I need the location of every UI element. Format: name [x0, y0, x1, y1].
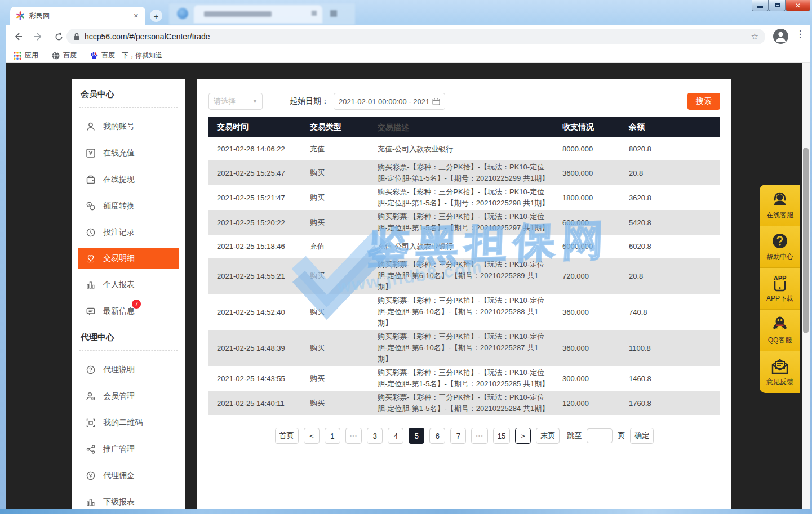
maximize-button[interactable]	[769, 0, 786, 11]
jump-confirm-button[interactable]: 确定	[630, 428, 654, 444]
pagination-ellipsis[interactable]: •••	[345, 428, 362, 444]
table-row: 2021-02-25 14:52:40 购买 购买彩票-【彩种：三分PK拾】-【…	[208, 294, 720, 330]
browser-tab[interactable]: 彩民网 ✕	[10, 7, 145, 25]
trade-detail-panel: 请选择 ▼ 起始日期： 2021-02-01 00:00:00 - 2021 搜…	[197, 79, 731, 509]
reload-button[interactable]	[51, 29, 66, 44]
app-download-button[interactable]: APP APP下载	[760, 268, 800, 310]
personal-report-icon	[86, 280, 96, 290]
browser-menu-icon[interactable]: ⋮	[795, 28, 806, 40]
cell-amount: 720.000	[562, 272, 629, 280]
sidebar-item-quota-transfer[interactable]: 额度转换	[72, 193, 185, 219]
toolbar: hccp56.com/#/personalCenter/trade ☆ ⋮	[6, 25, 810, 48]
sidebar-item-label: 交易明细	[103, 253, 135, 263]
pagination-page-1[interactable]: 1	[325, 428, 340, 444]
profile-avatar[interactable]	[773, 29, 788, 44]
pagination-page-7[interactable]: 7	[450, 428, 466, 444]
sidebar-item-my-qrcode[interactable]: 我的二维码	[72, 409, 185, 436]
cell-time: 2021-02-25 15:21:47	[208, 194, 310, 202]
bookmark-baidu[interactable]: 百度	[52, 51, 77, 60]
close-icon: ✕	[795, 2, 801, 9]
pagination-last[interactable]: 末页	[536, 428, 560, 444]
float-button-label: QQ客服	[768, 336, 792, 345]
scrollbar-thumb[interactable]	[803, 148, 809, 333]
sidebar-item-trade-detail[interactable]: 交易明细	[78, 248, 179, 269]
help-center-button[interactable]: 帮助中心	[760, 226, 800, 268]
cell-desc: 购买彩票-【彩种：三分PK拾】-【玩法：PK10-定位胆-定位胆-第6-10名】…	[378, 259, 562, 293]
pagination-page-5-active[interactable]: 5	[409, 428, 424, 444]
sidebar-item-agent-commission[interactable]: 代理佣金	[72, 462, 185, 489]
sidebar-item-personal-report[interactable]: 个人报表	[72, 271, 185, 298]
sidebar-item-recharge[interactable]: 在线充值	[72, 140, 185, 166]
feedback-button[interactable]: 意见反馈	[760, 351, 800, 393]
pagination-page-4[interactable]: 4	[388, 428, 403, 444]
sidebar-item-promotion[interactable]: 推广管理	[72, 436, 185, 462]
table-row: 2021-02-25 15:25:47 购买 购买彩票-【彩种：三分PK拾】-【…	[208, 160, 720, 185]
date-range-input[interactable]: 2021-02-01 00:00:00 - 2021	[334, 93, 445, 110]
table-row: 2021-02-25 14:55:21 购买 购买彩票-【彩种：三分PK拾】-【…	[208, 258, 720, 294]
sidebar-item-my-account[interactable]: 我的账号	[72, 113, 185, 140]
tab-close-icon[interactable]: ✕	[132, 11, 140, 21]
url-bar[interactable]: hccp56.com/#/personalCenter/trade ☆	[66, 29, 765, 44]
sidebar-item-sub-report[interactable]: 下级报表	[72, 489, 185, 509]
table-row: 2021-02-26 14:06:22 充值 充值-公司入款农业银行 8000.…	[208, 137, 720, 160]
pagination-page-15[interactable]: 15	[493, 428, 510, 444]
divider	[79, 107, 178, 108]
minimize-button[interactable]	[752, 0, 769, 11]
online-service-button[interactable]: 在线客服	[760, 185, 800, 226]
pagination-page-3[interactable]: 3	[367, 428, 383, 444]
sidebar-item-bet-history[interactable]: 投注记录	[72, 219, 185, 245]
qrcode-icon	[86, 418, 96, 428]
maximize-icon	[775, 3, 780, 7]
forward-button[interactable]	[30, 29, 46, 44]
float-button-label: 帮助中心	[766, 252, 793, 262]
sidebar-item-label: 代理说明	[103, 365, 135, 375]
jump-page-input[interactable]	[587, 428, 613, 443]
withdraw-icon	[86, 175, 96, 185]
sidebar-item-label: 推广管理	[103, 444, 135, 454]
bookmark-apps[interactable]: 应用	[14, 51, 38, 60]
globe-icon	[52, 52, 60, 60]
sidebar-item-withdraw[interactable]: 在线提现	[72, 166, 185, 193]
pagination-next[interactable]: >	[515, 428, 531, 444]
cell-desc: 购买彩票-【彩种：三分PK拾】-【玩法：PK10-定位胆-定位胆-第6-10名】…	[378, 295, 562, 329]
cell-desc: 充值-公司入款农业银行	[378, 241, 562, 252]
search-button[interactable]: 搜索	[687, 93, 720, 110]
header-amount: 收支情况	[562, 122, 629, 132]
pagination-ellipsis[interactable]: •••	[471, 428, 488, 444]
sidebar-item-member-manage[interactable]: 会员管理	[72, 383, 185, 409]
cell-amount: 360.000	[562, 344, 629, 352]
header-balance: 余额	[629, 122, 720, 132]
pagination-prev[interactable]: <	[304, 428, 320, 444]
sidebar-item-label: 在线提现	[103, 175, 135, 185]
new-tab-button[interactable]: +	[150, 10, 162, 22]
sidebar-item-label: 最新信息	[103, 306, 135, 316]
qq-service-button[interactable]: QQ客服	[760, 310, 800, 351]
cell-type: 购买	[310, 168, 378, 178]
close-button[interactable]: ✕	[786, 0, 810, 11]
cell-time: 2021-02-25 15:18:46	[208, 242, 310, 251]
cell-time: 2021-02-25 14:43:55	[208, 374, 310, 383]
taskbar-edge	[0, 509, 812, 514]
cell-balance: 3620.8	[629, 194, 720, 202]
sidebar-item-agent-guide[interactable]: 代理说明	[72, 356, 185, 383]
bookmark-baidu-search[interactable]: 百度一下，你就知道	[90, 51, 162, 60]
pagination-first[interactable]: 首页	[275, 428, 299, 444]
cell-amount: 6000.000	[562, 242, 629, 251]
calendar-icon	[432, 97, 440, 105]
cell-desc: 购买彩票-【彩种：三分PK拾】-【玩法：PK10-定位胆-定位胆-第1-5名】-…	[378, 392, 562, 414]
tab-title: 彩民网	[29, 11, 132, 21]
sidebar-item-latest-news[interactable]: 最新信息 7	[72, 298, 185, 324]
sidebar-item-label: 会员管理	[103, 391, 135, 401]
bookmark-star-icon[interactable]: ☆	[751, 32, 758, 42]
bookmark-apps-label: 应用	[25, 51, 38, 60]
pagination-page-6[interactable]: 6	[429, 428, 445, 444]
cell-amount: 360.000	[562, 308, 629, 316]
table-row: 2021-02-25 15:18:46 充值 充值-公司入款农业银行 6000.…	[208, 235, 720, 258]
user-icon	[86, 122, 96, 132]
back-icon	[13, 32, 23, 42]
trade-type-select[interactable]: 请选择 ▼	[208, 93, 263, 110]
lock-icon	[73, 33, 80, 41]
back-button[interactable]	[10, 29, 26, 44]
table-row: 2021-02-25 14:40:11 购买 购买彩票-【彩种：三分PK拾】-【…	[208, 391, 720, 415]
scrollbar[interactable]	[802, 63, 810, 509]
